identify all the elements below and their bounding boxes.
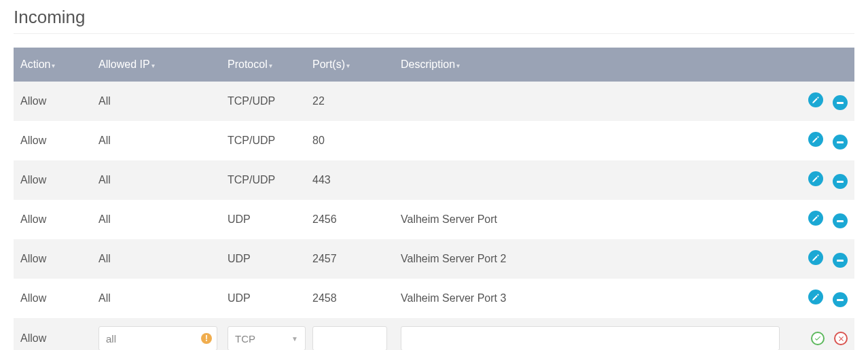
sort-icon: ▾ — [151, 62, 155, 69]
remove-button[interactable] — [833, 174, 848, 189]
edit-button[interactable] — [808, 92, 823, 107]
cell-description — [394, 121, 786, 160]
remove-button[interactable] — [833, 135, 848, 150]
table-row: Allow All TCP/UDP 80 — [14, 121, 854, 160]
col-header-ports[interactable]: Port(s)▾ — [306, 48, 394, 82]
cell-protocol: TCP/UDP — [221, 82, 306, 121]
chevron-down-icon: ▼ — [291, 335, 298, 343]
cancel-button[interactable] — [834, 332, 848, 345]
minus-icon — [837, 260, 844, 262]
cell-description — [394, 160, 786, 200]
cell-ports: 443 — [306, 160, 394, 200]
cell-description: Valheim Server Port 3 — [394, 279, 786, 318]
pencil-icon — [812, 294, 819, 301]
table-row: Allow All TCP/UDP 443 — [14, 160, 854, 200]
minus-icon — [837, 181, 844, 183]
cell-description: Valheim Server Port — [394, 200, 786, 239]
allowed-ip-input[interactable] — [98, 326, 217, 350]
pencil-icon — [812, 254, 819, 262]
remove-button[interactable] — [833, 95, 848, 110]
cell-allowed-ip: All — [92, 160, 221, 200]
edit-button[interactable] — [808, 290, 823, 304]
sort-icon: ▾ — [269, 62, 272, 69]
remove-button[interactable] — [833, 292, 848, 307]
minus-icon — [837, 141, 844, 143]
table-row: Allow All TCP/UDP 22 — [14, 82, 854, 121]
divider — [14, 33, 854, 34]
cell-description — [394, 82, 786, 121]
pencil-icon — [812, 97, 819, 104]
cell-protocol: UDP — [221, 239, 306, 279]
col-header-actions — [786, 48, 854, 82]
col-header-description[interactable]: Description▾ — [394, 48, 786, 82]
confirm-button[interactable] — [811, 332, 825, 345]
cell-allowed-ip: All — [92, 279, 221, 318]
cell-allowed-ip: All — [92, 200, 221, 239]
section-title: Incoming — [14, 7, 854, 28]
cell-action: Allow — [14, 239, 92, 279]
protocol-select[interactable]: TCP▼ — [228, 326, 306, 350]
cell-action: Allow — [14, 318, 92, 350]
cell-action: Allow — [14, 279, 92, 318]
sort-icon: ▾ — [52, 62, 55, 69]
pencil-icon — [812, 175, 819, 183]
ports-input[interactable] — [312, 326, 387, 350]
cell-protocol: UDP — [221, 279, 306, 318]
cell-action: Allow — [14, 82, 92, 121]
cell-ports: 2458 — [306, 279, 394, 318]
cell-protocol: TCP/UDP — [221, 160, 306, 200]
cell-allowed-ip: All — [92, 82, 221, 121]
table-row: Allow All UDP 2456 Valheim Server Port — [14, 200, 854, 239]
x-icon — [837, 335, 845, 343]
edit-button[interactable] — [808, 171, 823, 186]
sort-icon: ▾ — [456, 62, 460, 69]
check-icon — [814, 334, 822, 343]
edit-button[interactable] — [808, 132, 823, 147]
remove-button[interactable] — [833, 213, 848, 228]
edit-button[interactable] — [808, 211, 823, 226]
pencil-icon — [812, 136, 819, 143]
minus-icon — [837, 299, 844, 301]
cell-description: Valheim Server Port 2 — [394, 239, 786, 279]
warning-icon: ! — [201, 333, 212, 344]
cell-action: Allow — [14, 121, 92, 160]
cell-ports: 22 — [306, 82, 394, 121]
sort-icon: ▾ — [346, 62, 350, 69]
minus-icon — [837, 220, 844, 222]
remove-button[interactable] — [833, 253, 848, 268]
firewall-rules-table: Action▾ Allowed IP▾ Protocol▾ Port(s)▾ D… — [14, 48, 854, 350]
table-row: Allow All UDP 2458 Valheim Server Port 3 — [14, 279, 854, 318]
cell-allowed-ip: All — [92, 121, 221, 160]
description-input[interactable] — [401, 326, 780, 350]
minus-icon — [837, 102, 844, 104]
cell-protocol: TCP/UDP — [221, 121, 306, 160]
cell-ports: 80 — [306, 121, 394, 160]
edit-button[interactable] — [808, 250, 823, 265]
cell-allowed-ip: All — [92, 239, 221, 279]
cell-action: Allow — [14, 160, 92, 200]
cell-action: Allow — [14, 200, 92, 239]
cell-ports: 2456 — [306, 200, 394, 239]
cell-protocol: UDP — [221, 200, 306, 239]
pencil-icon — [812, 215, 819, 222]
col-header-action[interactable]: Action▾ — [14, 48, 92, 82]
cell-ports: 2457 — [306, 239, 394, 279]
new-rule-row: Allow ! TCP▼ — [14, 318, 854, 350]
col-header-allowed-ip[interactable]: Allowed IP▾ — [92, 48, 221, 82]
col-header-protocol[interactable]: Protocol▾ — [221, 48, 306, 82]
table-row: Allow All UDP 2457 Valheim Server Port 2 — [14, 239, 854, 279]
